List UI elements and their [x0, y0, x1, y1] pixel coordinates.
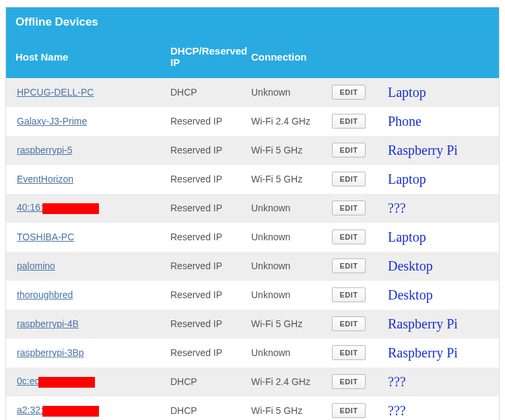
table-row: palominoReserved IPUnknownEDITDesktop [6, 252, 499, 281]
annotation-text: Desktop [376, 287, 490, 303]
host-cell: raspberrypi-3Bp [15, 347, 170, 358]
connection-cell: Wi-Fi 5 GHz [251, 318, 332, 329]
table-row: raspberrypi-3BpReserved IPUnknownEDITRas… [6, 339, 499, 368]
table-row: a2:32:DHCPWi-Fi 5 GHzEDIT??? [6, 396, 499, 421]
edit-cell: EDIT [332, 114, 376, 129]
host-cell: 40:16: [15, 202, 170, 213]
dhcp-cell: Reserved IP [170, 232, 251, 242]
redaction-block [42, 203, 99, 214]
edit-cell: EDIT [332, 143, 376, 158]
host-link[interactable]: TOSHIBA-PC [17, 232, 74, 242]
col-header-dhcp: DHCP/Reserved IP [170, 45, 251, 69]
edit-button[interactable]: EDIT [332, 258, 366, 273]
connection-cell: Wi-Fi 5 GHz [251, 174, 332, 184]
edit-button[interactable]: EDIT [332, 143, 366, 158]
connection-cell: Unknown [251, 260, 332, 271]
host-cell: TOSHIBA-PC [15, 232, 170, 242]
edit-cell: EDIT [332, 85, 376, 100]
connection-cell: Wi-Fi 2.4 GHz [251, 376, 332, 387]
dhcp-cell: Reserved IP [170, 145, 251, 155]
host-link[interactable]: 0c:ec [17, 376, 39, 386]
connection-cell: Wi-Fi 5 GHz [251, 145, 332, 155]
edit-cell: EDIT [332, 403, 376, 418]
host-link[interactable]: EventHorizon [17, 174, 73, 184]
host-link[interactable]: Galaxy-J3-Prime [17, 116, 87, 127]
table-row: TOSHIBA-PCReserved IPUnknownEDITLaptop [6, 223, 499, 252]
dhcp-cell: Reserved IP [170, 116, 251, 127]
connection-cell: Wi-Fi 5 GHz [251, 405, 332, 416]
dhcp-cell: Reserved IP [170, 347, 251, 358]
table-row: raspberrypi-5Reserved IPWi-Fi 5 GHzEDITR… [6, 136, 499, 165]
dhcp-cell: DHCP [170, 376, 251, 387]
edit-button[interactable]: EDIT [332, 345, 366, 360]
host-cell: raspberrypi-4B [15, 318, 170, 329]
host-cell: a2:32: [15, 405, 170, 416]
col-header-host: Host Name [15, 51, 170, 63]
redaction-block [38, 377, 95, 388]
table-row: Galaxy-J3-PrimeReserved IPWi-Fi 2.4 GHzE… [6, 107, 499, 136]
table-row: raspberrypi-4BReserved IPWi-Fi 5 GHzEDIT… [6, 310, 499, 339]
edit-button[interactable]: EDIT [332, 201, 366, 215]
annotation-text: Phone [376, 114, 490, 129]
dhcp-cell: Reserved IP [170, 289, 251, 300]
annotation-text: Raspberry Pi [376, 143, 490, 158]
annotation-text: Laptop [376, 85, 490, 100]
host-cell: palomino [15, 260, 170, 271]
annotation-text: Raspberry Pi [376, 316, 490, 332]
edit-cell: EDIT [332, 287, 376, 302]
host-cell: EventHorizon [15, 174, 170, 184]
panel-title: Offline Devices [6, 7, 499, 37]
table-row: 0c:ecDHCPWi-Fi 2.4 GHzEDIT??? [6, 368, 499, 396]
connection-cell: Unknown [251, 87, 332, 98]
edit-button[interactable]: EDIT [332, 114, 366, 129]
host-link[interactable]: 40:16: [17, 202, 43, 213]
edit-cell: EDIT [332, 374, 376, 389]
edit-cell: EDIT [332, 316, 376, 331]
edit-button[interactable]: EDIT [332, 374, 366, 389]
edit-cell: EDIT [332, 258, 376, 273]
annotation-text: ??? [376, 403, 490, 419]
host-link[interactable]: raspberrypi-4B [17, 318, 79, 329]
annotation-text: Raspberry Pi [376, 345, 490, 361]
host-link[interactable]: palomino [17, 260, 55, 271]
dhcp-cell: Reserved IP [170, 318, 251, 329]
host-link[interactable]: thoroughbred [17, 289, 73, 300]
dhcp-cell: Reserved IP [170, 260, 251, 271]
host-link[interactable]: raspberrypi-3Bp [17, 347, 84, 358]
host-cell: thoroughbred [15, 289, 170, 300]
host-link[interactable]: raspberrypi-5 [17, 145, 72, 155]
table-row: 40:16:Reserved IPUnknownEDIT??? [6, 194, 499, 223]
connection-cell: Unknown [251, 347, 332, 358]
table-row: HPCUG-DELL-PCDHCPUnknownEDITLaptop [6, 78, 499, 107]
table-row: EventHorizonReserved IPWi-Fi 5 GHzEDITLa… [6, 165, 499, 194]
host-link[interactable]: HPCUG-DELL-PC [17, 87, 94, 98]
edit-button[interactable]: EDIT [332, 316, 366, 331]
dhcp-cell: DHCP [170, 87, 251, 98]
edit-button[interactable]: EDIT [332, 287, 366, 302]
offline-devices-panel: Offline Devices Host Name DHCP/Reserved … [5, 7, 500, 420]
annotation-text: ??? [376, 201, 490, 216]
edit-button[interactable]: EDIT [332, 230, 366, 244]
annotation-text: Laptop [376, 230, 490, 245]
edit-cell: EDIT [332, 201, 376, 215]
annotation-text: ??? [376, 374, 490, 390]
connection-cell: Wi-Fi 2.4 GHz [251, 116, 332, 127]
column-header-row: Host Name DHCP/Reserved IP Connection [6, 37, 499, 78]
host-link[interactable]: a2:32: [17, 405, 43, 415]
edit-button[interactable]: EDIT [332, 172, 366, 186]
connection-cell: Unknown [251, 232, 332, 242]
host-cell: raspberrypi-5 [15, 145, 170, 155]
dhcp-cell: Reserved IP [170, 203, 251, 213]
edit-button[interactable]: EDIT [332, 85, 366, 100]
annotation-text: Laptop [376, 172, 490, 187]
host-cell: 0c:ec [15, 376, 170, 387]
col-header-connection: Connection [251, 51, 332, 63]
edit-cell: EDIT [332, 345, 376, 360]
dhcp-cell: DHCP [170, 405, 251, 416]
host-cell: Galaxy-J3-Prime [15, 116, 170, 127]
host-cell: HPCUG-DELL-PC [15, 87, 170, 98]
dhcp-cell: Reserved IP [170, 174, 251, 184]
edit-button[interactable]: EDIT [332, 403, 366, 418]
connection-cell: Unknown [251, 289, 332, 300]
table-row: thoroughbredReserved IPUnknownEDITDeskto… [6, 281, 499, 310]
